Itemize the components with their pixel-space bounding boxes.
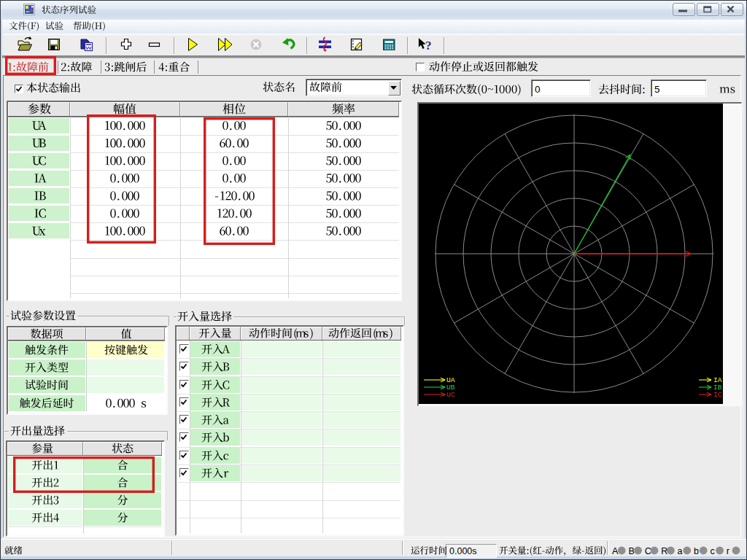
svg-text:0.000s: 0.000s	[449, 546, 477, 556]
svg-text:c: c	[710, 546, 714, 556]
svg-text:R: R	[661, 546, 667, 556]
svg-text:C: C	[645, 546, 651, 556]
svg-text:?: ?	[425, 39, 432, 52]
svg-text:r: r	[727, 546, 729, 556]
svg-text:5: 5	[654, 84, 660, 95]
svg-text:UC: UC	[446, 391, 455, 399]
svg-text:b: b	[694, 546, 699, 556]
svg-text:A: A	[612, 546, 619, 556]
svg-text:a: a	[678, 546, 683, 556]
svg-text:0: 0	[535, 84, 541, 95]
svg-text:IC: IC	[713, 391, 722, 399]
svg-text:B: B	[628, 546, 634, 556]
